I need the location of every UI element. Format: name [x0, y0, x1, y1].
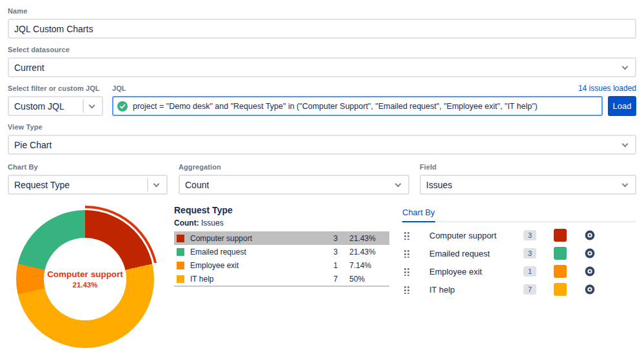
drag-handle-icon[interactable]: [404, 285, 409, 294]
name-input[interactable]: [8, 19, 636, 39]
chart-by-row: Computer support 3: [400, 226, 636, 244]
legend-percent: 21.43%: [338, 247, 387, 257]
filter-label: Select filter or custom JQL: [8, 84, 103, 93]
chart-by-field: Chart By Request Type: [8, 162, 168, 195]
color-swatch: [177, 262, 184, 269]
eye-visibility-icon[interactable]: [585, 266, 595, 277]
legend-count: 1: [316, 261, 338, 270]
filter-value: Custom JQL: [14, 101, 64, 112]
field-select[interactable]: Issues: [420, 175, 636, 195]
view-type-label: View Type: [8, 122, 636, 131]
color-swatch[interactable]: [554, 265, 567, 278]
chevron-down-icon: [622, 181, 629, 188]
datasource-field: Select datasource Current: [8, 45, 636, 77]
legend-count: 7: [316, 275, 338, 284]
legend-subtitle: Count: Issues: [174, 218, 389, 228]
tab-bar: Chart By: [400, 205, 636, 222]
chart-by-label: Chart By: [8, 162, 168, 171]
legend-row[interactable]: Computer support 3 21.43%: [174, 231, 389, 245]
issues-loaded-status: 14 issues loaded: [578, 84, 636, 93]
count-value: Issues: [201, 218, 224, 228]
drag-handle-icon[interactable]: [404, 231, 409, 240]
chevron-down-icon: [622, 64, 629, 70]
color-swatch: [177, 235, 184, 242]
donut-center-label: Computer support: [47, 269, 123, 279]
chart-by-item-label: IT help: [429, 285, 523, 295]
field-label: Field: [420, 162, 636, 171]
legend-label: Employee exit: [190, 261, 316, 270]
legend-row[interactable]: Emailed request 3 21.43%: [174, 245, 389, 258]
eye-visibility-icon[interactable]: [585, 248, 595, 258]
view-type-select[interactable]: Pie Chart: [8, 135, 636, 155]
name-label: Name: [8, 6, 636, 15]
jql-label: JQL: [112, 84, 126, 93]
filter-field: Select filter or custom JQL Custom JQL: [8, 84, 103, 116]
count-badge: 7: [523, 284, 536, 295]
jql-custom-charts-page: Name Select datasource Current Select fi…: [0, 0, 644, 359]
legend-percent: 21.43%: [338, 234, 387, 243]
chart-by-rows: Computer support 3 Emailed request 3 Emp…: [400, 222, 636, 298]
color-swatch[interactable]: [554, 229, 567, 242]
select-divider: [83, 99, 84, 113]
chevron-down-icon: [622, 141, 629, 148]
donut-center: Computer support 21.43%: [44, 238, 126, 320]
aggregation-label: Aggregation: [179, 162, 409, 171]
field-value: Issues: [426, 180, 452, 190]
chart-by-panel: Chart By Computer support 3 Emailed requ…: [400, 204, 636, 355]
count-badge: 3: [523, 230, 536, 240]
color-swatch[interactable]: [554, 283, 567, 296]
aggregation-value: Count: [185, 180, 209, 190]
jql-input[interactable]: [133, 102, 598, 111]
filter-select[interactable]: Custom JQL: [8, 96, 103, 116]
aggregation-field: Aggregation Count: [179, 162, 409, 195]
legend-count: 3: [316, 247, 338, 257]
datasource-value: Current: [14, 63, 44, 73]
tab-chart-by[interactable]: Chart By: [402, 208, 435, 222]
pie-chart[interactable]: Computer support 21.43%: [8, 204, 170, 355]
legend-label: Emailed request: [190, 247, 316, 257]
drag-handle-icon[interactable]: [404, 249, 409, 258]
datasource-label: Select datasource: [8, 45, 636, 54]
view-type-value: Pie Chart: [14, 140, 52, 150]
aggregation-select[interactable]: Count: [179, 175, 409, 195]
select-divider: [147, 178, 148, 191]
eye-visibility-icon[interactable]: [585, 284, 595, 295]
eye-visibility-icon[interactable]: [585, 230, 595, 240]
color-swatch: [177, 275, 184, 283]
filter-jql-row: Select filter or custom JQL Custom JQL J…: [8, 84, 636, 116]
color-swatch[interactable]: [554, 247, 567, 260]
chart-by-item-label: Computer support: [429, 231, 523, 240]
name-field: Name: [8, 6, 636, 39]
chart-by-row: Employee exit 1: [400, 262, 636, 280]
legend-row[interactable]: IT help 7 50%: [174, 272, 389, 286]
chart-options-row: Chart By Request Type Aggregation Count …: [8, 162, 636, 195]
field-field: Field Issues: [420, 162, 636, 195]
jql-field: JQL 14 issues loaded Load: [112, 84, 636, 116]
legend-rows: Computer support 3 21.43% Emailed reques…: [174, 231, 389, 287]
legend-label: IT help: [190, 275, 316, 284]
chart-by-select[interactable]: Request Type: [8, 175, 168, 195]
load-button[interactable]: Load: [608, 96, 636, 116]
count-badge: 1: [523, 266, 536, 277]
legend-title: Request Type: [174, 205, 389, 215]
donut-center-percent: 21.43%: [72, 281, 97, 289]
legend-percent: 7.14%: [338, 261, 387, 270]
count-badge: 3: [523, 248, 536, 258]
drag-handle-icon[interactable]: [404, 267, 409, 276]
view-type-field: View Type Pie Chart: [8, 122, 636, 155]
success-check-icon: [117, 101, 128, 112]
color-swatch: [177, 248, 184, 256]
chevron-down-icon: [153, 181, 160, 188]
legend-percent: 50%: [338, 275, 387, 284]
chevron-down-icon: [89, 102, 95, 109]
chart-by-row: Emailed request 3: [400, 244, 636, 262]
legend-table: Request Type Count: Issues Computer supp…: [174, 204, 389, 355]
chart-by-row: IT help 7: [400, 280, 636, 298]
chevron-down-icon: [395, 181, 402, 188]
datasource-select[interactable]: Current: [8, 57, 636, 77]
legend-count: 3: [316, 234, 338, 243]
chart-by-item-label: Emailed request: [429, 249, 523, 258]
count-label: Count:: [174, 218, 199, 228]
jql-input-wrap: [112, 96, 603, 116]
legend-row[interactable]: Employee exit 1 7.14%: [174, 258, 389, 272]
